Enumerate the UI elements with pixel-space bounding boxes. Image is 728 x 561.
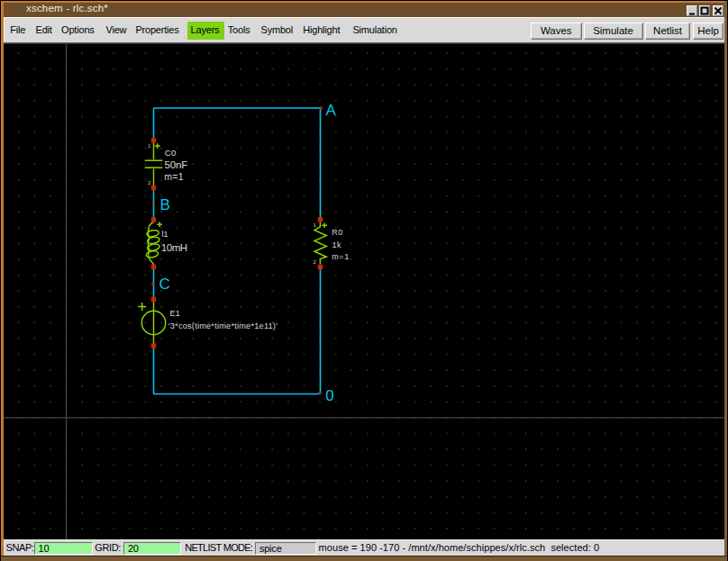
svg-text:E1: E1 bbox=[169, 309, 180, 318]
svg-text:R0: R0 bbox=[332, 228, 342, 237]
svg-text:m=1: m=1 bbox=[332, 252, 349, 261]
svg-text:l1: l1 bbox=[161, 230, 168, 239]
svg-text:A: A bbox=[325, 102, 336, 119]
svg-text:1k: 1k bbox=[332, 240, 341, 249]
svg-text:m=1: m=1 bbox=[164, 171, 184, 182]
svg-text:50nF: 50nF bbox=[164, 159, 187, 170]
svg-text:B: B bbox=[159, 196, 169, 213]
svg-text:'3*cos(time*time*time*1e11)': '3*cos(time*time*time*1e11)' bbox=[168, 321, 278, 330]
svg-text:C0: C0 bbox=[165, 148, 177, 158]
svg-text:0: 0 bbox=[325, 387, 333, 404]
svg-text:C: C bbox=[159, 276, 170, 293]
svg-text:10mH: 10mH bbox=[161, 242, 187, 253]
